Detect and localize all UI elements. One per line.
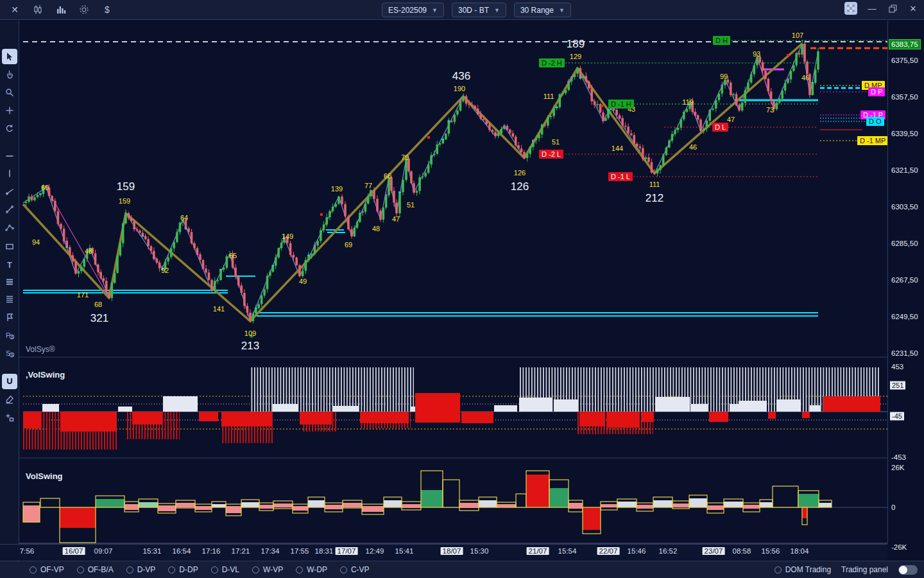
- trading-panel-label: Trading panel: [841, 565, 888, 574]
- price-tick: 6339,50: [891, 130, 918, 137]
- dom-trading-radio[interactable]: DOM Trading: [774, 565, 831, 574]
- price-tick: 6321,50: [891, 166, 918, 174]
- dom-trading-label: DOM Trading: [785, 565, 831, 574]
- time-tick: 16:52: [659, 547, 678, 555]
- indicator-radio-of-b-a[interactable]: OF-B/A: [77, 565, 114, 574]
- time-tick: 16:54: [173, 547, 191, 555]
- time-tick: 15:54: [558, 547, 577, 555]
- indicator-axis-tick: 0: [891, 504, 895, 511]
- indicator-radio-group: OF-VPOF-B/AD-VPD-DPD-VLW-VPW-DPC-VP: [0, 565, 370, 574]
- radio-label: D-DP: [179, 565, 198, 574]
- time-tick: 17:34: [261, 547, 280, 555]
- time-tick: 18:04: [791, 547, 809, 555]
- chart-canvas[interactable]: ✳: [0, 0, 924, 578]
- time-tick: 17:16: [202, 547, 221, 555]
- time-tick: 08:58: [733, 547, 751, 555]
- indicator-axis-tick: -453: [891, 453, 906, 461]
- time-tick-date: 23/07: [703, 547, 725, 555]
- radio-icon: [211, 566, 218, 574]
- indicator-radio-of-vp[interactable]: OF-VP: [30, 565, 64, 574]
- trading-panel-toggle[interactable]: [898, 565, 918, 575]
- radio-label: W-DP: [307, 565, 327, 574]
- radio-icon: [774, 566, 782, 574]
- radio-icon: [252, 566, 259, 574]
- price-tick: 6231,50: [891, 349, 918, 357]
- time-tick: 17:21: [232, 547, 250, 555]
- radio-icon: [168, 566, 175, 574]
- radio-icon: [340, 566, 347, 574]
- price-tick: 6375,50: [891, 57, 918, 64]
- time-tick-date: 17/07: [336, 547, 358, 555]
- price-tick: 6357,50: [891, 93, 918, 101]
- time-tick: 18:31: [315, 547, 334, 555]
- time-tick: 15:41: [395, 547, 414, 555]
- radio-label: W-VP: [263, 565, 283, 574]
- price-tick: 6285,50: [891, 240, 918, 247]
- current-price-badge: 6383,75: [889, 39, 921, 49]
- trading-app-window: ✕ $ ES-202509 ▼ 30D - BT ▼ 30 Range: [0, 0, 924, 578]
- time-axis[interactable]: 7:5616/0709:0715:3116:5417:1617:2117:341…: [0, 544, 887, 560]
- time-tick-date: 22/07: [597, 547, 620, 555]
- time-tick: 7:56: [20, 547, 34, 555]
- toggle-knob: [899, 566, 907, 574]
- radio-icon: [126, 566, 133, 574]
- radio-icon: [296, 566, 303, 574]
- indicator-radio-c-vp[interactable]: C-VP: [340, 565, 370, 574]
- price-tick: 6267,50: [891, 276, 918, 284]
- panel1-title: ,VolSwing: [26, 370, 65, 380]
- svg-text:✳: ✳: [249, 333, 254, 340]
- indicator-radio-d-vl[interactable]: D-VL: [211, 565, 239, 574]
- indicator-axis-tick: 453: [891, 363, 903, 371]
- time-tick: 12:49: [366, 547, 384, 555]
- panel2-title: VolSwing: [26, 471, 63, 481]
- price-axis[interactable]: 6375,506357,506339,506321,506303,506285,…: [887, 21, 924, 543]
- radio-label: OF-B/A: [88, 565, 114, 574]
- price-tick: 6249,50: [891, 313, 918, 320]
- time-tick-date: 16/07: [63, 547, 85, 555]
- radio-label: C-VP: [351, 565, 370, 574]
- radio-label: OF-VP: [40, 565, 64, 574]
- price-tick: 6303,50: [891, 203, 918, 211]
- indicator-radio-w-vp[interactable]: W-VP: [252, 565, 283, 574]
- indicator-axis-tick: 251: [890, 381, 905, 390]
- radio-label: D-VP: [137, 565, 156, 574]
- bottom-bar: OF-VPOF-B/AD-VPD-DPD-VLW-VPW-DPC-VP DOM …: [0, 561, 924, 578]
- indicator-radio-w-dp[interactable]: W-DP: [296, 565, 327, 574]
- radio-icon: [30, 566, 37, 574]
- time-tick-date: 21/07: [527, 547, 549, 555]
- radio-label: D-VL: [222, 565, 239, 574]
- indicator-axis-tick: -26K: [891, 543, 907, 551]
- volsys-watermark: VolSys®: [26, 345, 55, 354]
- time-tick: 15:30: [470, 547, 489, 555]
- time-tick: 15:31: [143, 547, 162, 555]
- time-tick-date: 18/07: [441, 547, 463, 555]
- time-tick: 15:46: [628, 547, 646, 555]
- radio-icon: [77, 566, 84, 574]
- indicator-axis-tick: 26K: [891, 464, 904, 471]
- time-tick: 17:55: [291, 547, 309, 555]
- bottom-right-controls: DOM Trading Trading panel: [774, 565, 918, 575]
- time-tick: 09:07: [94, 547, 113, 555]
- time-tick: 15:56: [762, 547, 780, 555]
- indicator-radio-d-dp[interactable]: D-DP: [168, 565, 198, 574]
- indicator-axis-tick: -45: [890, 412, 904, 421]
- indicator-radio-d-vp[interactable]: D-VP: [126, 565, 156, 574]
